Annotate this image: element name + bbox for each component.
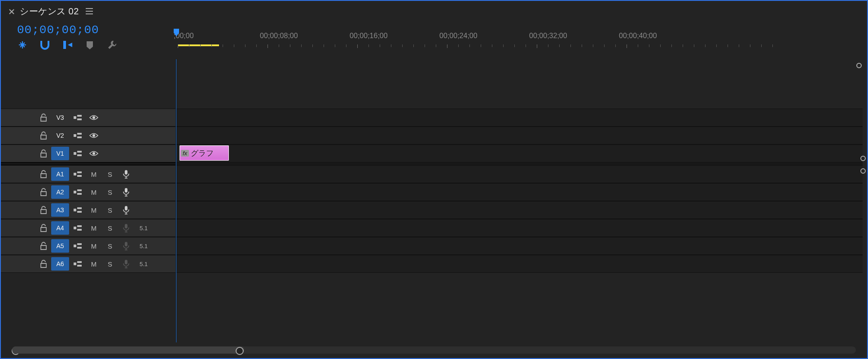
clip-graph[interactable]: fx グラフ bbox=[180, 145, 229, 161]
sync-lock-icon[interactable] bbox=[70, 201, 85, 219]
audio-track-header[interactable]: A4MS5.1 bbox=[1, 219, 175, 237]
playhead[interactable] bbox=[173, 28, 179, 36]
solo-toggle[interactable]: S bbox=[102, 166, 118, 183]
sync-lock-icon[interactable] bbox=[70, 255, 85, 272]
lock-toggle-icon[interactable] bbox=[37, 255, 50, 272]
audio-track-row[interactable] bbox=[176, 237, 863, 255]
channel-type-label: 5.1 bbox=[135, 219, 153, 236]
voiceover-mic-icon[interactable] bbox=[118, 255, 134, 272]
time-ruler[interactable]: ;00;0000;00;08;0000;00;16;0000;00;24;000… bbox=[176, 20, 867, 52]
fx-badge[interactable]: fx bbox=[181, 150, 189, 157]
svg-rect-14 bbox=[77, 175, 82, 177]
solo-toggle[interactable]: S bbox=[102, 184, 118, 201]
audio-section-handle[interactable] bbox=[860, 168, 866, 174]
panel-menu-icon[interactable] bbox=[85, 8, 93, 16]
svg-rect-31 bbox=[125, 242, 127, 246]
lock-toggle-icon[interactable] bbox=[37, 184, 50, 201]
mute-toggle[interactable]: M bbox=[86, 201, 101, 219]
sync-lock-icon[interactable] bbox=[70, 184, 85, 201]
track-target-toggle[interactable]: V3 bbox=[51, 111, 69, 124]
solo-toggle[interactable]: S bbox=[102, 255, 118, 272]
linked-selection-icon[interactable] bbox=[62, 39, 73, 50]
mute-toggle[interactable]: M bbox=[86, 166, 101, 183]
audio-track-row[interactable] bbox=[176, 183, 863, 201]
svg-rect-29 bbox=[77, 243, 82, 245]
playhead-line[interactable] bbox=[176, 59, 176, 342]
audio-track-header[interactable]: A2MS bbox=[1, 183, 175, 201]
mute-toggle[interactable]: M bbox=[86, 255, 101, 272]
audio-track-header[interactable]: A5MS5.1 bbox=[1, 237, 175, 255]
sync-lock-icon[interactable] bbox=[70, 219, 85, 236]
video-track-row[interactable] bbox=[176, 127, 863, 144]
eye-toggle-icon[interactable] bbox=[86, 127, 101, 144]
mute-toggle[interactable]: M bbox=[86, 219, 101, 236]
video-track-header[interactable]: V3 bbox=[1, 109, 175, 127]
audio-track-row[interactable] bbox=[176, 255, 863, 273]
track-target-toggle[interactable]: A1 bbox=[51, 167, 69, 181]
voiceover-mic-icon[interactable] bbox=[118, 201, 134, 219]
current-timecode[interactable]: 00;00;00;00 bbox=[17, 23, 167, 37]
voiceover-mic-icon[interactable] bbox=[118, 166, 134, 183]
solo-toggle[interactable]: S bbox=[102, 237, 118, 254]
video-track-row[interactable] bbox=[176, 109, 863, 127]
track-target-toggle[interactable]: A2 bbox=[51, 185, 69, 199]
sync-lock-icon[interactable] bbox=[70, 127, 85, 144]
lock-toggle-icon[interactable] bbox=[37, 201, 50, 219]
audio-track-row[interactable] bbox=[176, 219, 863, 237]
lock-toggle-icon[interactable] bbox=[37, 166, 50, 183]
video-track-header[interactable]: V1 bbox=[1, 144, 175, 162]
video-track-row[interactable] bbox=[176, 144, 863, 162]
svg-rect-17 bbox=[77, 189, 82, 191]
horizontal-zoom-scroll[interactable] bbox=[12, 346, 856, 354]
lock-toggle-icon[interactable] bbox=[37, 219, 50, 236]
snap-toggle-icon[interactable] bbox=[39, 39, 50, 50]
sync-lock-icon[interactable] bbox=[70, 145, 85, 162]
track-target-toggle[interactable]: A3 bbox=[51, 203, 69, 217]
svg-rect-12 bbox=[74, 173, 76, 175]
audio-track-header[interactable]: A3MS bbox=[1, 201, 175, 219]
track-target-toggle[interactable]: A4 bbox=[51, 221, 69, 235]
tab-close-button[interactable] bbox=[8, 8, 15, 15]
solo-toggle[interactable]: S bbox=[102, 201, 118, 219]
track-target-toggle[interactable]: V2 bbox=[51, 129, 69, 142]
audio-track-row[interactable] bbox=[176, 165, 863, 183]
video-track-header[interactable]: V2 bbox=[1, 127, 175, 144]
audio-track-row[interactable] bbox=[176, 201, 863, 219]
ruler-label: 00;00;16;00 bbox=[350, 32, 388, 40]
mute-toggle[interactable]: M bbox=[86, 237, 101, 254]
sync-lock-icon[interactable] bbox=[70, 109, 85, 126]
sync-lock-icon[interactable] bbox=[70, 237, 85, 254]
solo-toggle[interactable]: S bbox=[102, 219, 118, 236]
lock-toggle-icon[interactable] bbox=[37, 127, 50, 144]
audio-track-header[interactable]: A1MS bbox=[1, 165, 175, 183]
lock-toggle-icon[interactable] bbox=[37, 145, 50, 162]
eye-toggle-icon[interactable] bbox=[86, 145, 101, 162]
hscroll-thumb[interactable] bbox=[12, 346, 244, 354]
lock-toggle-icon[interactable] bbox=[37, 109, 50, 126]
sync-lock-icon[interactable] bbox=[70, 166, 85, 183]
marker-icon[interactable] bbox=[84, 39, 95, 50]
ruler-label: 00;00;40;00 bbox=[619, 32, 657, 40]
svg-rect-8 bbox=[74, 152, 76, 155]
svg-rect-16 bbox=[74, 191, 76, 193]
audio-track-header[interactable]: A6MS5.1 bbox=[1, 255, 175, 273]
track-target-toggle[interactable]: V1 bbox=[51, 147, 69, 160]
timeline-panel: シーケンス 02 00;00;00;00 bbox=[0, 0, 868, 359]
voiceover-mic-icon[interactable] bbox=[118, 184, 134, 201]
eye-toggle-icon[interactable] bbox=[86, 109, 101, 126]
video-section-handle[interactable] bbox=[860, 156, 866, 161]
ruler-label: 00;00;32;00 bbox=[529, 32, 567, 40]
insert-overwrite-icon[interactable] bbox=[17, 39, 28, 50]
mute-toggle[interactable]: M bbox=[86, 184, 101, 201]
track-content-area[interactable]: fx グラフ bbox=[176, 59, 863, 342]
lock-toggle-icon[interactable] bbox=[37, 237, 50, 254]
tab-bar: シーケンス 02 bbox=[1, 1, 867, 20]
sequence-tab-title[interactable]: シーケンス 02 bbox=[20, 5, 79, 18]
voiceover-mic-icon[interactable] bbox=[118, 237, 134, 254]
settings-wrench-icon[interactable] bbox=[107, 39, 118, 50]
svg-rect-28 bbox=[74, 245, 76, 247]
voiceover-mic-icon[interactable] bbox=[118, 219, 134, 236]
vertical-scroll[interactable] bbox=[859, 61, 866, 342]
track-target-toggle[interactable]: A6 bbox=[51, 257, 69, 271]
track-target-toggle[interactable]: A5 bbox=[51, 239, 69, 253]
